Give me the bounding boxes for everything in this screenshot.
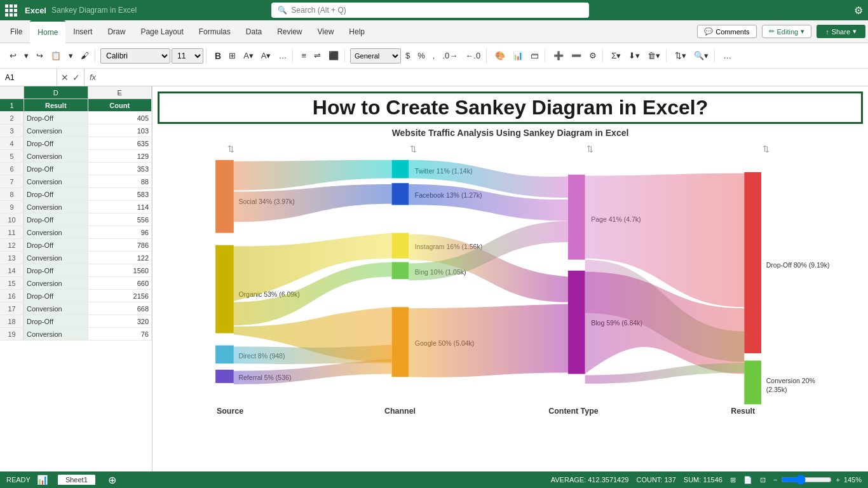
cell-result[interactable]: Drop-Off [24, 188, 88, 200]
grid-view-icon[interactable]: ⊞ [730, 476, 736, 484]
tab-insert[interactable]: Insert [65, 20, 100, 43]
decrease-decimal-button[interactable]: ←.0 [462, 49, 484, 62]
cell-count[interactable]: 2156 [88, 290, 153, 302]
cell-result[interactable]: Conversion [24, 302, 88, 315]
row-num[interactable]: 2 [0, 112, 24, 124]
cell-result[interactable]: Conversion [24, 150, 88, 162]
cell-count[interactable]: 76 [88, 328, 153, 340]
cell-result[interactable]: Conversion [24, 226, 88, 238]
row-num[interactable]: 5 [0, 150, 24, 162]
cell-result[interactable]: Drop-Off [24, 239, 88, 251]
cell-count[interactable]: 660 [88, 277, 153, 289]
cell-e1[interactable]: Count [88, 99, 153, 111]
cell-count[interactable]: 114 [88, 201, 153, 213]
cell-count[interactable]: 1560 [88, 264, 153, 276]
align-button[interactable]: ≡ [298, 49, 309, 62]
zoom-slider[interactable] [781, 475, 832, 485]
confirm-formula-icon[interactable]: ✓ [72, 72, 80, 83]
row-num[interactable]: 14 [0, 264, 24, 276]
delete-cells-button[interactable]: ➖ [568, 49, 585, 62]
row-num[interactable]: 6 [0, 163, 24, 175]
editing-button[interactable]: ✏ Editing ▾ [762, 25, 812, 38]
cell-count[interactable]: 635 [88, 137, 153, 149]
zoom-out-button[interactable]: − [773, 476, 777, 484]
row-num[interactable]: 4 [0, 137, 24, 149]
row-num[interactable]: 12 [0, 239, 24, 251]
conditional-format-button[interactable]: 🎨 [492, 49, 508, 62]
tab-help[interactable]: Help [341, 20, 372, 43]
search-bar[interactable]: 🔍 [271, 3, 589, 18]
app-grid-icon[interactable] [5, 4, 17, 17]
row-num-1[interactable]: 1 [0, 99, 24, 111]
comma-button[interactable]: , [430, 49, 438, 62]
comments-button[interactable]: 💬 Comments [697, 25, 756, 38]
tab-home[interactable]: Home [30, 20, 65, 43]
share-button[interactable]: ↑ Share ▾ [817, 25, 865, 38]
tab-view[interactable]: View [310, 20, 342, 43]
cell-count[interactable]: 129 [88, 150, 153, 162]
cell-count[interactable]: 88 [88, 175, 153, 187]
redo-button[interactable]: ↪ [33, 49, 46, 62]
cell-d1[interactable]: Result [24, 99, 88, 111]
cell-count[interactable]: 320 [88, 315, 153, 327]
tab-review[interactable]: Review [269, 20, 309, 43]
more-options-button[interactable]: … [275, 49, 290, 62]
row-num[interactable]: 19 [0, 328, 24, 340]
sort-button[interactable]: ⇅▾ [672, 49, 689, 62]
cell-result[interactable]: Drop-Off [24, 112, 88, 124]
cell-result[interactable]: Conversion [24, 125, 88, 137]
clear-button[interactable]: 🗑▾ [644, 49, 663, 62]
more-button[interactable]: … [720, 49, 735, 62]
cell-result[interactable]: Conversion [24, 328, 88, 340]
cell-result[interactable]: Drop-Off [24, 290, 88, 302]
cell-count[interactable]: 583 [88, 188, 153, 200]
cell-count[interactable]: 668 [88, 302, 153, 315]
cell-result[interactable]: Conversion [24, 175, 88, 187]
cell-result[interactable]: Conversion [24, 252, 88, 264]
cell-count[interactable]: 96 [88, 226, 153, 238]
cell-result[interactable]: Drop-Off [24, 137, 88, 149]
cell-count[interactable]: 122 [88, 252, 153, 264]
tab-formulas[interactable]: Formulas [191, 20, 238, 43]
cell-count[interactable]: 353 [88, 163, 153, 175]
page-layout-icon[interactable]: 📄 [743, 476, 752, 484]
cell-count[interactable]: 103 [88, 125, 153, 137]
row-num[interactable]: 13 [0, 252, 24, 264]
tab-draw[interactable]: Draw [100, 20, 133, 43]
find-button[interactable]: 🔍▾ [691, 49, 712, 62]
wrap-button[interactable]: ⇌ [311, 49, 324, 62]
settings-icon[interactable]: ⚙ [854, 4, 863, 17]
row-num[interactable]: 9 [0, 201, 24, 213]
percent-button[interactable]: % [414, 49, 428, 62]
row-num[interactable]: 10 [0, 214, 24, 226]
row-num[interactable]: 15 [0, 277, 24, 289]
zoom-in-button[interactable]: + [836, 476, 839, 484]
fill-color-button[interactable]: A▾ [240, 49, 257, 62]
cell-result[interactable]: Drop-Off [24, 264, 88, 276]
row-num[interactable]: 17 [0, 302, 24, 315]
row-num[interactable]: 3 [0, 125, 24, 137]
cell-result[interactable]: Conversion [24, 277, 88, 289]
row-num[interactable]: 11 [0, 226, 24, 238]
cell-result[interactable]: Drop-Off [24, 163, 88, 175]
number-format-select[interactable]: General [350, 48, 401, 64]
cell-count[interactable]: 405 [88, 112, 153, 124]
cell-reference[interactable]: A1 [0, 69, 57, 86]
merge-button[interactable]: ⬛ [325, 49, 342, 62]
format-painter-button[interactable]: 🖌 [78, 49, 92, 62]
search-input[interactable] [291, 6, 583, 15]
autosum-button[interactable]: Σ▾ [608, 49, 624, 62]
tab-file[interactable]: File [3, 20, 30, 43]
cell-count[interactable]: 786 [88, 239, 153, 251]
col-header-d[interactable]: D [24, 86, 88, 98]
accounting-button[interactable]: $ [402, 49, 413, 62]
row-num[interactable]: 8 [0, 188, 24, 200]
paste-dropdown-button[interactable]: ▾ [65, 49, 76, 62]
cell-result[interactable]: Drop-Off [24, 315, 88, 327]
cell-styles-button[interactable]: 🗃 [527, 49, 542, 62]
borders-button[interactable]: ⊞ [226, 49, 239, 62]
bold-button[interactable]: B [212, 49, 224, 63]
font-name-select[interactable]: Calibri [100, 48, 170, 64]
insert-cells-button[interactable]: ➕ [550, 49, 567, 62]
format-cells-button[interactable]: ⚙ [586, 49, 600, 62]
